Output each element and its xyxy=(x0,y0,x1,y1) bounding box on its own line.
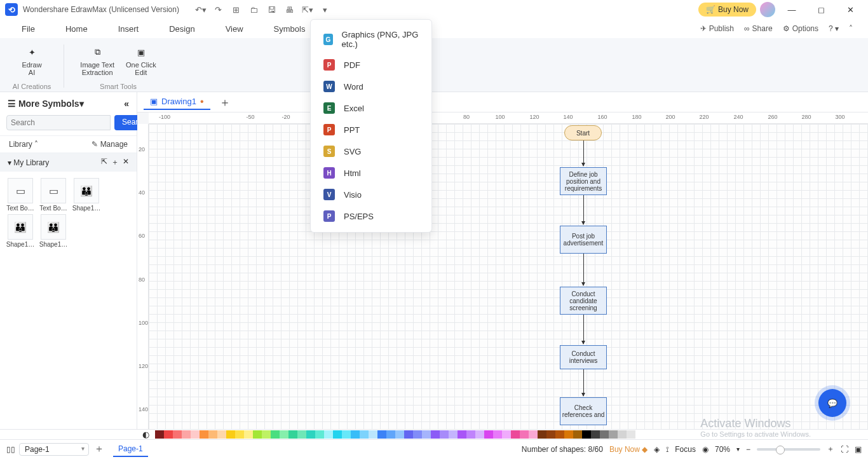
color-swatch[interactable] xyxy=(466,430,475,439)
color-swatch[interactable] xyxy=(458,430,466,439)
color-swatch[interactable] xyxy=(546,430,555,439)
color-swatch[interactable] xyxy=(173,430,182,439)
eyedropper-icon[interactable]: ◐ xyxy=(142,430,153,439)
options-button[interactable]: ⚙Options xyxy=(783,24,818,33)
color-swatch[interactable] xyxy=(271,430,280,439)
shape-item[interactable]: ▭Text Bo… xyxy=(38,178,69,212)
color-swatch[interactable] xyxy=(280,430,288,439)
color-swatch[interactable] xyxy=(333,430,342,439)
add-page-button[interactable]: ＋ xyxy=(94,442,104,456)
color-swatch[interactable] xyxy=(511,430,520,439)
fit-page-icon[interactable]: ⛶ xyxy=(841,445,848,454)
color-swatch[interactable] xyxy=(244,430,253,439)
publish-button[interactable]: ✈Publish xyxy=(700,24,734,33)
shape-item[interactable]: 👪Shape1… xyxy=(71,178,102,212)
color-swatch[interactable] xyxy=(627,430,635,439)
color-swatch[interactable] xyxy=(351,430,360,439)
color-swatch[interactable] xyxy=(208,430,217,439)
status-buynow[interactable]: Buy Now ◆ xyxy=(609,445,648,454)
edraw-ai-button[interactable]: ✦ Edraw AI xyxy=(22,44,41,76)
flow-process-node[interactable]: Conduct candidate screening xyxy=(560,287,607,315)
menu-insert[interactable]: Insert xyxy=(103,24,154,34)
manage-library[interactable]: ✎ Manage xyxy=(92,140,128,149)
color-swatch[interactable] xyxy=(600,430,609,439)
focus-target-icon[interactable]: ⟟ xyxy=(666,445,668,454)
color-swatch[interactable] xyxy=(155,430,164,439)
symbol-search-input[interactable] xyxy=(6,115,111,130)
color-swatch[interactable] xyxy=(288,430,297,439)
color-swatch[interactable] xyxy=(591,430,600,439)
mylib-close-icon[interactable]: ✕ xyxy=(123,157,129,168)
color-swatch[interactable] xyxy=(253,430,262,439)
panel-toggle-icon[interactable]: ▣ xyxy=(855,445,862,454)
focus-label[interactable]: Focus xyxy=(675,445,696,454)
export-item[interactable]: GGraphics (PNG, JPG etc.) xyxy=(311,25,431,54)
color-swatch[interactable] xyxy=(369,430,377,439)
redo-button[interactable]: ↷ xyxy=(210,1,227,18)
flow-process-node[interactable]: Define job position and requirements xyxy=(560,167,607,195)
zoom-slider[interactable] xyxy=(757,448,820,451)
menu-home[interactable]: Home xyxy=(50,24,103,34)
shape-item[interactable]: ▭Text Bo… xyxy=(5,178,36,212)
zoom-out[interactable]: − xyxy=(746,445,750,454)
library-toggle[interactable]: Library ˄ xyxy=(9,140,38,149)
color-swatch[interactable] xyxy=(235,430,244,439)
color-swatch[interactable] xyxy=(164,430,173,439)
export-item[interactable]: WWord xyxy=(311,76,431,97)
color-swatch[interactable] xyxy=(262,430,271,439)
document-tab[interactable]: ▣ Drawing1 • xyxy=(144,94,210,110)
export-item[interactable]: EExcel xyxy=(311,97,431,119)
flow-process-node[interactable]: Check references and xyxy=(560,397,607,425)
collapse-sidebar[interactable]: « xyxy=(124,99,129,109)
export-item[interactable]: VVisio xyxy=(311,184,431,205)
color-swatch[interactable] xyxy=(529,430,538,439)
canvas[interactable]: Start Define job position and requiremen… xyxy=(149,124,868,429)
mylib-add-icon[interactable]: ＋ xyxy=(111,157,119,168)
one-click-edit-button[interactable]: ▣ One Click Edit xyxy=(126,44,156,76)
play-icon[interactable]: ◉ xyxy=(702,445,709,454)
color-swatch[interactable] xyxy=(609,430,618,439)
color-swatch[interactable] xyxy=(422,430,431,439)
color-swatch[interactable] xyxy=(217,430,226,439)
new-button[interactable]: ⊞ xyxy=(227,1,245,18)
help-button[interactable]: ? ▾ xyxy=(829,24,839,33)
export-item[interactable]: PPPT xyxy=(311,119,431,140)
color-swatch[interactable] xyxy=(431,430,440,439)
menu-file[interactable]: File xyxy=(6,24,50,34)
user-avatar[interactable] xyxy=(760,2,775,17)
color-swatch[interactable] xyxy=(297,430,306,439)
quick-access-more[interactable]: ▾ xyxy=(316,1,334,18)
mylib-toggle[interactable]: ▾ My Library xyxy=(8,158,49,167)
shape-item[interactable]: 👪Shape1… xyxy=(5,214,36,248)
export-button[interactable]: ⇱▾ xyxy=(299,1,316,18)
color-swatch[interactable] xyxy=(618,430,627,439)
flow-process-node[interactable]: Conduct interviews xyxy=(560,345,607,369)
export-item[interactable]: PPS/EPS xyxy=(311,205,431,227)
flow-process-node[interactable]: Post job advertisement xyxy=(560,226,607,254)
window-close[interactable]: ✕ xyxy=(837,1,863,18)
color-swatch[interactable] xyxy=(440,430,449,439)
window-maximize[interactable]: ◻ xyxy=(808,1,834,18)
color-swatch[interactable] xyxy=(324,430,333,439)
menu-view[interactable]: View xyxy=(210,24,259,34)
window-minimize[interactable]: — xyxy=(779,1,804,18)
color-swatch[interactable] xyxy=(191,430,200,439)
page-tab[interactable]: Page-1 xyxy=(113,442,148,457)
color-swatch[interactable] xyxy=(404,430,413,439)
open-button[interactable]: 🗀 xyxy=(245,1,263,18)
color-swatch[interactable] xyxy=(200,430,208,439)
color-swatch[interactable] xyxy=(582,430,591,439)
layout-icon[interactable]: ▯▯ xyxy=(6,445,15,454)
color-swatch[interactable] xyxy=(182,430,191,439)
layers-icon[interactable]: ◈ xyxy=(654,445,660,454)
collapse-ribbon[interactable]: ˄ xyxy=(849,24,853,33)
color-swatch[interactable] xyxy=(484,430,493,439)
color-swatch[interactable] xyxy=(377,430,386,439)
export-item[interactable]: HHtml xyxy=(311,162,431,184)
color-swatch[interactable] xyxy=(395,430,404,439)
color-swatch[interactable] xyxy=(413,430,422,439)
color-swatch[interactable] xyxy=(520,430,529,439)
chat-fab[interactable]: 💬 xyxy=(818,389,846,417)
color-swatch[interactable] xyxy=(342,430,351,439)
color-swatch[interactable] xyxy=(538,430,546,439)
